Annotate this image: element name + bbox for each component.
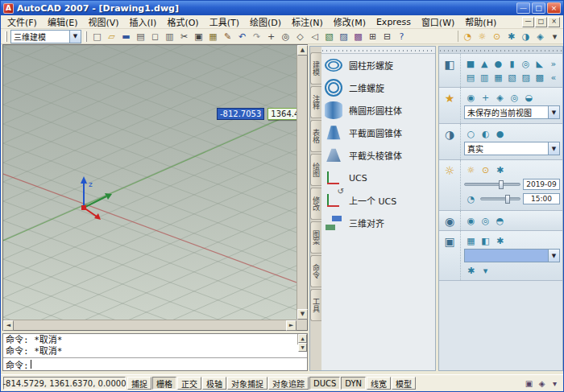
- plot-preview-icon[interactable]: ◻: [148, 30, 162, 43]
- status-toggle[interactable]: 捕捉: [127, 377, 151, 390]
- toolpalettes-icon[interactable]: ▩: [351, 30, 365, 43]
- time-slider[interactable]: [480, 197, 520, 200]
- zoom-previous-icon[interactable]: ◁: [308, 30, 321, 43]
- sweep-icon[interactable]: ▦: [491, 71, 504, 84]
- status-toggle[interactable]: 极轴: [202, 377, 226, 390]
- palette-tab[interactable]: 工具: [310, 289, 321, 321]
- plot-icon[interactable]: ▤: [134, 30, 147, 43]
- toolbar-grip[interactable]: [85, 31, 87, 42]
- date-slider[interactable]: [464, 183, 520, 186]
- tool-elliptical-cylinder[interactable]: 椭圆形圆柱体: [321, 99, 435, 122]
- scroll-down-icon[interactable]: ▼: [297, 309, 308, 320]
- quickcalc-icon[interactable]: ⊟: [380, 30, 394, 43]
- tray-arrow-icon[interactable]: ▾: [549, 378, 561, 390]
- 3d-make-launcher-icon[interactable]: ◧: [439, 54, 461, 87]
- dynamic-input-y[interactable]: 1364.4384: [267, 108, 297, 120]
- status-toggle[interactable]: 对象追踪: [268, 377, 309, 390]
- status-toggle[interactable]: 栅格: [152, 377, 176, 390]
- wireframe-style-icon[interactable]: ○: [464, 127, 478, 140]
- sun-time-field[interactable]: 15:00: [523, 193, 560, 204]
- render-launcher-icon[interactable]: ▣: [439, 231, 461, 280]
- menu-item[interactable]: 插入(I): [125, 14, 162, 29]
- orbit-icon[interactable]: ◈: [533, 30, 547, 43]
- menu-item[interactable]: 工具(T): [205, 14, 244, 29]
- open-icon[interactable]: ▱: [105, 30, 118, 43]
- palette-tab[interactable]: 表格: [310, 120, 321, 152]
- render-settings-icon[interactable]: ✱: [493, 234, 507, 247]
- command-input[interactable]: 命令:: [3, 357, 307, 370]
- pan-icon[interactable]: +: [264, 30, 278, 43]
- 3d-navigate-launcher-icon[interactable]: ★: [439, 88, 461, 123]
- dashboard-header[interactable]: [439, 47, 562, 54]
- visual-styles-icon[interactable]: ◑: [519, 30, 533, 43]
- coordinate-display[interactable]: -814.5729, 1361.6370, 0.0000: [3, 377, 126, 390]
- time-slider-thumb[interactable]: [505, 195, 510, 204]
- close-button[interactable]: ×: [547, 2, 561, 14]
- status-toggle[interactable]: 线宽: [367, 377, 391, 390]
- paste-icon[interactable]: ▦: [206, 30, 220, 43]
- status-toggle[interactable]: 正交: [177, 377, 201, 390]
- hidden-style-icon[interactable]: ◐: [479, 127, 492, 140]
- box-icon[interactable]: ■: [464, 57, 477, 70]
- vertical-scrollbar[interactable]: ▲ ▼: [297, 45, 307, 320]
- redo-icon[interactable]: ↷: [250, 30, 263, 43]
- palette-tab[interactable]: 图案: [310, 221, 321, 254]
- date-slider-thumb[interactable]: [499, 180, 504, 189]
- realistic-style-icon[interactable]: ●: [493, 127, 507, 140]
- named-views-icon[interactable]: ◔: [461, 30, 475, 43]
- status-toggle[interactable]: 模型: [392, 377, 416, 390]
- render-window-icon[interactable]: ▾: [479, 264, 492, 277]
- undo-icon[interactable]: ↶: [235, 30, 249, 43]
- menu-item[interactable]: 格式(O): [162, 14, 203, 29]
- wedge-icon[interactable]: ◣: [533, 57, 546, 70]
- view-dropdown[interactable]: 未保存的当前视图 ▼: [464, 105, 560, 119]
- menu-item[interactable]: 窗口(W): [417, 14, 459, 29]
- tool-ucs-previous[interactable]: 上一个 UCS: [321, 189, 435, 212]
- menu-item[interactable]: 标注(N): [287, 14, 328, 29]
- menu-item[interactable]: 修改(M): [329, 14, 371, 29]
- planar-mapping-icon[interactable]: ◎: [479, 214, 492, 227]
- dynamic-input-x[interactable]: -812.7053: [217, 108, 264, 120]
- mdi-close-button[interactable]: ×: [548, 17, 560, 27]
- zoom-window-icon[interactable]: ◇: [293, 30, 307, 43]
- designcenter-icon[interactable]: ▨: [337, 30, 350, 43]
- annotation-scale-icon[interactable]: ▣: [523, 378, 535, 390]
- menu-item[interactable]: 帮助(H): [460, 14, 501, 29]
- restore-button[interactable]: □: [532, 2, 545, 14]
- render-region-icon[interactable]: ◧: [479, 234, 492, 247]
- scroll-left-icon[interactable]: ◄: [3, 320, 14, 331]
- extrude-icon[interactable]: ▤: [464, 71, 477, 84]
- render-output-icon[interactable]: ✱: [464, 264, 478, 277]
- scroll-up-icon[interactable]: ▲: [297, 45, 308, 56]
- comm-center-icon[interactable]: ◈: [536, 378, 548, 390]
- copy-icon[interactable]: ▣: [192, 30, 205, 43]
- menu-item[interactable]: 绘图(D): [245, 14, 286, 29]
- visual-style-launcher-icon[interactable]: ◑: [439, 124, 461, 159]
- attach-material-icon[interactable]: ◓: [493, 214, 507, 227]
- zoom-realtime-icon[interactable]: ◎: [279, 30, 292, 43]
- union-icon[interactable]: ▩: [533, 71, 546, 84]
- visual-style-dropdown[interactable]: 真实 ▼: [464, 142, 560, 155]
- render-icon[interactable]: ✱: [504, 30, 518, 43]
- tool-2d-spiral[interactable]: 二维螺旋: [321, 76, 435, 99]
- minimize-button[interactable]: —: [516, 2, 530, 14]
- horizontal-scrollbar[interactable]: ◄ ►: [3, 320, 297, 330]
- light-launcher-icon[interactable]: ☼: [439, 160, 461, 210]
- sun-light-icon[interactable]: ☼: [475, 30, 489, 43]
- walk-icon[interactable]: ◈: [493, 91, 507, 104]
- tool-cylindrical-helix[interactable]: 圆柱形螺旋: [321, 54, 435, 76]
- revolve-icon[interactable]: ▥: [478, 71, 491, 84]
- materials-browser-icon[interactable]: ◉: [464, 214, 478, 227]
- tool-pyramid-frustum[interactable]: 平截头棱锥体: [321, 144, 435, 167]
- tool-cone-frustum[interactable]: 平截面圆锥体: [321, 122, 435, 144]
- menu-item[interactable]: 视图(V): [83, 14, 123, 29]
- cone-icon[interactable]: ▲: [478, 57, 491, 70]
- save-icon[interactable]: ▬: [119, 30, 133, 43]
- command-scrollbar[interactable]: ▲ ▼: [297, 334, 307, 345]
- point-light-create-icon[interactable]: ⊙: [479, 163, 492, 176]
- workspace-dropdown[interactable]: 三维建模 ▼: [10, 30, 81, 43]
- materials-launcher-icon[interactable]: ◉: [439, 211, 461, 230]
- mdi-minimize-button[interactable]: —: [522, 17, 534, 27]
- cut-icon[interactable]: ✂: [177, 30, 191, 43]
- scroll-down-icon[interactable]: ▼: [298, 343, 307, 352]
